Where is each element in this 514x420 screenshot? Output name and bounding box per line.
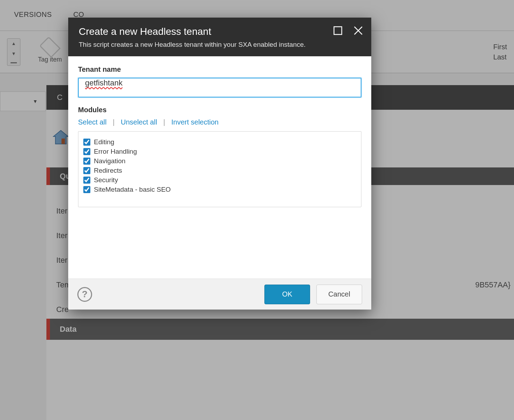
maximize-button[interactable] [333,25,343,36]
module-checkbox[interactable] [83,186,90,193]
module-checkbox[interactable] [83,177,90,184]
tag-item-tool[interactable]: Tag item [38,40,62,63]
dialog-header: Create a new Headless tenant This script… [68,18,371,56]
data-section-bar[interactable]: Data [46,319,514,340]
bar-icon [11,62,17,63]
cancel-button[interactable]: Cancel [316,285,362,304]
tenant-name-label: Tenant name [78,65,361,74]
separator: | [163,118,165,126]
maximize-icon [333,26,343,36]
chevron-down-icon: ▼ [12,51,16,56]
home-icon [53,129,69,145]
module-label: Navigation [94,157,126,165]
toolbar-right-group: First Last [493,41,507,63]
close-icon [353,26,363,36]
dialog-title: Create a new Headless tenant [79,26,361,37]
modules-label: Modules [78,106,361,114]
ok-button[interactable]: OK [264,285,310,304]
first-button[interactable]: First [493,43,507,51]
select-all-link[interactable]: Select all [78,118,107,126]
unselect-all-link[interactable]: Unselect all [121,118,157,126]
module-link-row: Select all | Unselect all | Invert selec… [78,118,361,126]
dialog-body: Tenant name getfishtank Modules Select a… [68,56,371,279]
module-item[interactable]: SiteMetadata - basic SEO [83,186,356,193]
module-checkbox[interactable] [83,167,90,174]
create-tenant-dialog: Create a new Headless tenant This script… [68,18,371,310]
module-checkbox[interactable] [83,148,90,155]
module-label: Error Handling [94,148,137,155]
module-item[interactable]: Security [83,176,356,184]
card-header-c: C [57,93,63,102]
tab-co[interactable]: CO [73,11,84,18]
tag-icon [39,37,61,58]
dialog-footer: ? OK Cancel [68,279,371,310]
module-label: Security [94,176,118,184]
module-checkbox[interactable] [83,158,90,165]
chevron-up-icon: ▲ [12,41,16,46]
module-label: Editing [94,138,114,146]
separator: | [113,118,115,126]
last-button[interactable]: Last [493,53,507,61]
tenant-name-input[interactable]: getfishtank [78,78,361,97]
close-button[interactable] [353,25,364,36]
svg-rect-2 [334,27,342,34]
svg-rect-1 [62,139,65,144]
module-item[interactable]: Redirects [83,167,356,174]
help-button[interactable]: ? [77,287,92,302]
up-down-stepper[interactable]: ▲ ▼ [7,38,20,66]
tag-item-label: Tag item [38,56,62,63]
module-item[interactable]: Navigation [83,157,356,165]
module-item[interactable]: Editing [83,138,356,146]
tenant-name-value: getfishtank [85,78,122,87]
data-section-label: Data [60,325,77,334]
dialog-subtitle: This script creates a new Headless tenan… [79,41,361,49]
modules-list: Editing Error Handling Navigation Redire… [78,131,361,207]
module-checkbox[interactable] [83,139,90,146]
tab-versions[interactable]: VERSIONS [14,11,52,18]
module-item[interactable]: Error Handling [83,148,356,155]
side-dropdown[interactable] [0,91,46,111]
module-label: Redirects [94,167,122,174]
svg-marker-0 [53,131,68,144]
help-icon: ? [82,289,88,300]
module-label: SiteMetadata - basic SEO [94,186,171,193]
invert-selection-link[interactable]: Invert selection [171,118,219,126]
